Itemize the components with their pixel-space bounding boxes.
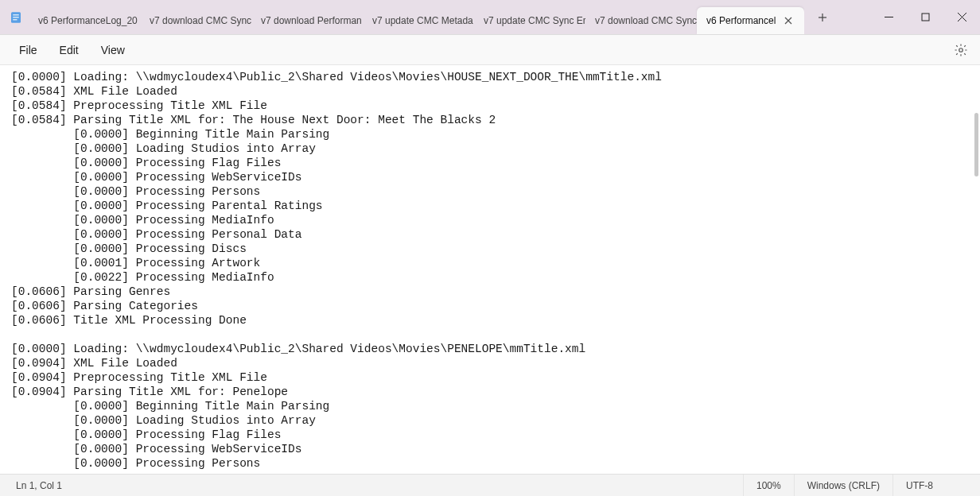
text-editor[interactable]: [0.0000] Loading: \\wdmycloudex4\Public_… [0, 65, 980, 474]
tab-label: v6 Performancel [706, 15, 776, 26]
tab-label: v7 download CMC Sync [150, 15, 251, 26]
svg-rect-2 [13, 17, 19, 17]
tab-label: v7 download CMC Sync [595, 15, 697, 26]
titlebar: v6 PerformanceLog_20 v7 download CMC Syn… [0, 0, 980, 35]
status-lineend[interactable]: Windows (CRLF) [794, 475, 892, 496]
menubar: File Edit View [0, 35, 980, 65]
svg-point-12 [959, 48, 963, 52]
close-window-button[interactable] [943, 0, 980, 34]
tab-1[interactable]: v7 download CMC Sync [140, 7, 251, 34]
svg-rect-1 [13, 14, 19, 15]
new-tab-button[interactable] [809, 4, 836, 31]
editor-content: [0.0000] Loading: \\wdmycloudex4\Public_… [0, 65, 980, 474]
status-cursor[interactable]: Ln 1, Col 1 [0, 475, 75, 496]
tab-4[interactable]: v7 update CMC Sync Er [474, 7, 585, 34]
statusbar: Ln 1, Col 1 100% Windows (CRLF) UTF-8 [0, 474, 980, 496]
tab-label: v7 update CMC Metada [372, 15, 473, 26]
tab-5[interactable]: v7 download CMC Sync [585, 7, 697, 34]
status-zoom[interactable]: 100% [743, 475, 794, 496]
tab-label: v7 update CMC Sync Er [484, 15, 585, 26]
maximize-button[interactable] [907, 0, 943, 34]
menu-file[interactable]: File [8, 41, 49, 60]
notepad-app-icon [6, 0, 25, 34]
tab-label: v6 PerformanceLog_20 [38, 15, 138, 26]
vertical-scrollbar[interactable] [974, 113, 978, 176]
window-controls [870, 0, 980, 34]
tab-6-active[interactable]: v6 Performancel [697, 7, 804, 34]
svg-rect-9 [922, 14, 929, 21]
minimize-button[interactable] [870, 0, 907, 34]
svg-rect-3 [13, 19, 17, 20]
tab-3[interactable]: v7 update CMC Metada [363, 7, 474, 34]
close-tab-icon[interactable] [782, 14, 795, 27]
tab-0[interactable]: v6 PerformanceLog_20 [29, 7, 140, 34]
tab-strip: v6 PerformanceLog_20 v7 download CMC Syn… [29, 0, 804, 34]
menu-edit[interactable]: Edit [49, 41, 90, 60]
menu-view[interactable]: View [90, 41, 136, 60]
status-encoding[interactable]: UTF-8 [892, 475, 980, 496]
tab-label: v7 download Performan [261, 15, 362, 26]
settings-button[interactable] [950, 39, 972, 61]
tab-2[interactable]: v7 download Performan [251, 7, 363, 34]
